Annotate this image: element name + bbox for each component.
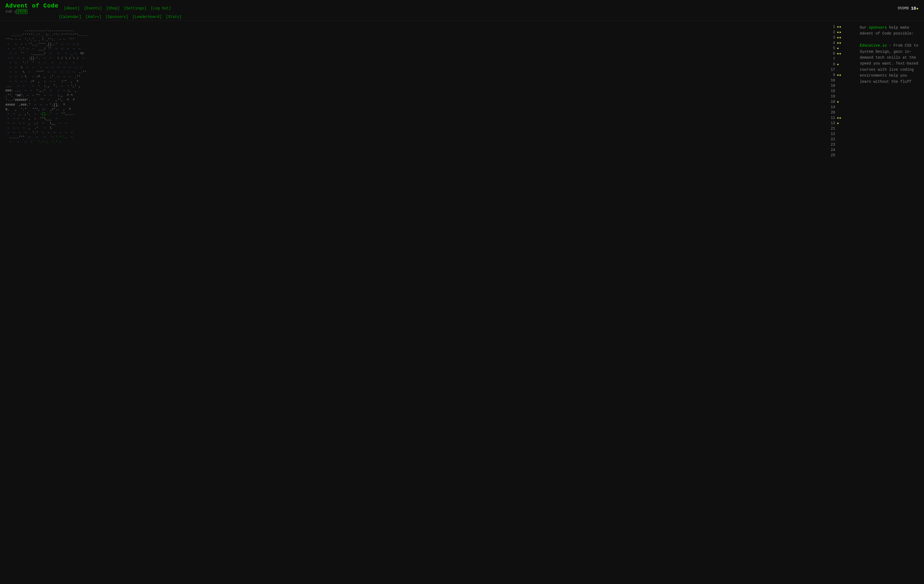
site-subtitle: sub y2020 bbox=[5, 9, 59, 14]
day-10-num: 10 bbox=[828, 99, 835, 104]
day-row-12: 12 bbox=[828, 131, 855, 137]
nav-stats[interactable]: [Stats] bbox=[166, 15, 182, 19]
day-13-num: 13 bbox=[828, 121, 835, 126]
day-6-stars: ★★ bbox=[837, 51, 842, 56]
day-row-25: 25 bbox=[828, 153, 855, 158]
day-row-21: 21 bbox=[828, 126, 855, 131]
day-row-11: 11 ★★ bbox=[828, 115, 855, 121]
day-9-stars: ★★ bbox=[837, 72, 842, 78]
star-count: 18★ bbox=[911, 6, 919, 11]
day-numbers-column: 1 ★★ 2 ★★ 3 ★★ 4 ★★ 5 ★ 6 ★★ 7 8 ★ bbox=[828, 23, 855, 158]
nav-shop[interactable]: [Shop] bbox=[106, 6, 120, 10]
day-row-15: 15 bbox=[828, 88, 855, 94]
day-row-7: 7 bbox=[828, 56, 855, 61]
nav-about[interactable]: [About] bbox=[64, 6, 80, 10]
day-row-6: 6 ★★ bbox=[828, 51, 855, 56]
day-7-num: 7 bbox=[828, 56, 835, 61]
day-3-num: 3 bbox=[828, 35, 835, 40]
site-title-block: Advent of Code sub y2020 bbox=[5, 3, 59, 14]
day-25-num: 25 bbox=[828, 153, 835, 158]
nav-row2: [Calendar] [AoC++] [Sponsors] [Leaderboa… bbox=[59, 15, 182, 19]
day-24-num: 24 bbox=[828, 147, 835, 153]
day-row-5: 5 ★ bbox=[828, 46, 855, 51]
site-title: Advent of Code bbox=[5, 3, 59, 9]
site-header: Advent of Code sub y2020 [About] [Events… bbox=[0, 0, 924, 21]
ascii-art-area: ...........·.............. .....·''''''.… bbox=[5, 23, 822, 158]
day-row-16: 16 bbox=[828, 78, 855, 83]
day-row-3: 3 ★★ bbox=[828, 35, 855, 40]
day-row-13: 13 ★ bbox=[828, 121, 855, 126]
day-4-num: 4 bbox=[828, 40, 835, 46]
day-11-stars: ★★ bbox=[837, 115, 842, 121]
day-22-num: 22 bbox=[828, 137, 835, 142]
day-2-stars: ★★ bbox=[837, 30, 842, 35]
day-row-17: 17 bbox=[828, 67, 855, 72]
nav-logout[interactable]: [Log Out] bbox=[151, 6, 171, 10]
nav-sponsors[interactable]: [Sponsors] bbox=[106, 15, 128, 19]
sponsors-link[interactable]: sponsors bbox=[869, 25, 887, 30]
day-row-9: 9 ★★ bbox=[828, 72, 855, 78]
day-1-stars: ★★ bbox=[837, 24, 842, 30]
day-9-num: 9 bbox=[828, 72, 835, 78]
sponsor-area: Our sponsors help make Advent of Code po… bbox=[860, 23, 919, 158]
day-row-2: 2 ★★ bbox=[828, 30, 855, 35]
day-6-num: 6 bbox=[828, 51, 835, 56]
nav-calendar[interactable]: [Calendar] bbox=[59, 15, 81, 19]
day-17-num: 17 bbox=[828, 67, 835, 72]
day-18-num: 18 bbox=[828, 83, 835, 88]
day-row-14: 14 bbox=[828, 104, 855, 110]
day-5-stars: ★ bbox=[837, 46, 839, 51]
day-21-num: 21 bbox=[828, 126, 835, 131]
memory-display: 956MB bbox=[898, 6, 909, 10]
day-19-num: 19 bbox=[828, 94, 835, 99]
day-row-1: 1 ★★ bbox=[828, 24, 855, 30]
day-20-num: 20 bbox=[828, 110, 835, 115]
day-row-18: 18 bbox=[828, 83, 855, 88]
day-row-22: 22 bbox=[828, 137, 855, 142]
day-10-stars: ★ bbox=[837, 99, 839, 104]
sponsor-intro: Our sponsors help make Advent of Code po… bbox=[860, 25, 919, 37]
day-row-4: 4 ★★ bbox=[828, 40, 855, 46]
day-row-24: 24 bbox=[828, 147, 855, 153]
header-stats: 956MB 18★ bbox=[898, 6, 919, 11]
day-3-stars: ★★ bbox=[837, 35, 842, 40]
day-4-stars: ★★ bbox=[837, 40, 842, 46]
day-16-num: 16 bbox=[828, 78, 835, 83]
nav-leaderboard[interactable]: [Leaderboard] bbox=[132, 15, 162, 19]
day-11-num: 11 bbox=[828, 115, 835, 121]
nav-events[interactable]: [Events] bbox=[84, 6, 102, 10]
day-13-stars: ★ bbox=[837, 121, 839, 126]
educative-link[interactable]: Educative.io bbox=[860, 43, 887, 48]
year-highlight: 2020 bbox=[16, 9, 27, 14]
day-23-num: 23 bbox=[828, 142, 835, 147]
day-row-20: 20 bbox=[828, 110, 855, 115]
day-2-num: 2 bbox=[828, 30, 835, 35]
day-row-19: 19 bbox=[828, 94, 855, 99]
day-8-stars: ★ bbox=[837, 61, 839, 67]
nav-settings[interactable]: [Settings] bbox=[124, 6, 146, 10]
day-15-num: 15 bbox=[828, 88, 835, 94]
day-row-23: 23 bbox=[828, 142, 855, 147]
nav-aocpp[interactable]: [AoC++] bbox=[86, 15, 101, 19]
day-5-num: 5 bbox=[828, 46, 835, 51]
sponsor-description: Educative.io - From CSS to System Design… bbox=[860, 43, 919, 84]
day-12-num: 12 bbox=[828, 131, 835, 137]
day-8-num: 8 bbox=[828, 61, 835, 67]
day-14-num: 14 bbox=[828, 104, 835, 110]
day-row-8: 8 ★ bbox=[828, 61, 855, 67]
day-1-num: 1 bbox=[828, 24, 835, 30]
main-content: ...........·.............. .....·''''''.… bbox=[0, 21, 924, 160]
nav-row1: [About] [Events] [Shop] [Settings] [Log … bbox=[64, 6, 171, 10]
day-row-10: 10 ★ bbox=[828, 99, 855, 104]
